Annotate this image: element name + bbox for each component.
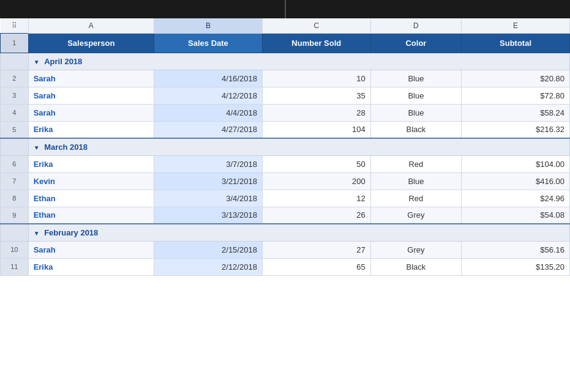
salesperson-cell[interactable]: Ethan bbox=[28, 190, 154, 207]
group-label-0[interactable]: ▼ April 2018 bbox=[28, 53, 569, 70]
sales-date-cell[interactable]: 3/4/2018 bbox=[154, 190, 263, 207]
number-sold-cell[interactable]: 200 bbox=[262, 172, 370, 190]
table-row[interactable]: 8 Ethan 3/4/2018 12 Red $24.96 bbox=[1, 190, 570, 207]
row-num-cell: 7 bbox=[1, 172, 29, 190]
col-a-header[interactable]: A bbox=[28, 18, 154, 33]
color-cell[interactable]: Blue bbox=[370, 104, 461, 121]
table-row[interactable]: 7 Kevin 3/21/2018 200 Blue $416.00 bbox=[1, 172, 570, 190]
subtotal-cell[interactable]: $56.16 bbox=[462, 241, 570, 258]
color-cell[interactable]: Blue bbox=[370, 87, 461, 104]
sales-date-cell[interactable]: 3/7/2018 bbox=[154, 155, 263, 172]
subtotal-cell[interactable]: $416.00 bbox=[462, 172, 570, 190]
col-d-header[interactable]: D bbox=[370, 18, 461, 33]
top-bar bbox=[0, 0, 570, 18]
salesperson-cell[interactable]: Sarah bbox=[28, 241, 154, 258]
row-num-cell: 10 bbox=[1, 241, 29, 258]
subtotal-cell[interactable]: $58.24 bbox=[462, 104, 570, 121]
color-cell[interactable]: Red bbox=[370, 190, 461, 207]
table-row[interactable]: 6 Erika 3/7/2018 50 Red $104.00 bbox=[1, 155, 570, 172]
number-sold-cell[interactable]: 50 bbox=[262, 155, 370, 172]
table-row[interactable]: 9 Ethan 3/13/2018 26 Grey $54.08 bbox=[1, 207, 570, 224]
group-label-text-0: April 2018 bbox=[44, 57, 82, 66]
row-num-cell: 5 bbox=[1, 121, 29, 138]
number-sold-cell[interactable]: 12 bbox=[262, 190, 370, 207]
sales-date-cell[interactable]: 3/13/2018 bbox=[154, 207, 263, 224]
subtotal-cell[interactable]: $72.80 bbox=[462, 87, 570, 104]
row-num-cell: 3 bbox=[1, 87, 29, 104]
color-cell[interactable]: Blue bbox=[370, 70, 461, 87]
sales-date-cell[interactable]: 4/16/2018 bbox=[154, 70, 263, 87]
salesperson-cell[interactable]: Sarah bbox=[28, 104, 154, 121]
row-1-num: 1 bbox=[1, 33, 29, 53]
subtotal-cell[interactable]: $24.96 bbox=[462, 190, 570, 207]
header-sales-date: Sales Date bbox=[154, 33, 263, 53]
header-subtotal: Subtotal bbox=[462, 33, 570, 53]
header-salesperson: Salesperson bbox=[28, 33, 154, 53]
grid-icon: ⠿ bbox=[12, 21, 17, 30]
number-sold-cell[interactable]: 27 bbox=[262, 241, 370, 258]
sales-date-cell[interactable]: 4/27/2018 bbox=[154, 121, 263, 138]
subtotal-cell[interactable]: $135.20 bbox=[462, 258, 570, 275]
row-num-cell: 9 bbox=[1, 207, 29, 224]
row-num-cell: 2 bbox=[1, 70, 29, 87]
color-cell[interactable]: Grey bbox=[370, 207, 461, 224]
salesperson-cell[interactable]: Sarah bbox=[28, 87, 154, 104]
group-triangle-1: ▼ bbox=[34, 144, 40, 151]
col-c-header[interactable]: C bbox=[262, 18, 370, 33]
sales-date-cell[interactable]: 3/21/2018 bbox=[154, 172, 263, 190]
subtotal-cell[interactable]: $20.80 bbox=[462, 70, 570, 87]
table-row[interactable]: 2 Sarah 4/16/2018 10 Blue $20.80 bbox=[1, 70, 570, 87]
number-sold-cell[interactable]: 10 bbox=[262, 70, 370, 87]
number-sold-cell[interactable]: 28 bbox=[262, 104, 370, 121]
subtotal-cell[interactable]: $54.08 bbox=[462, 207, 570, 224]
group-header-2[interactable]: ▼ February 2018 bbox=[1, 224, 570, 241]
sales-date-cell[interactable]: 2/15/2018 bbox=[154, 241, 263, 258]
row-num-cell: 6 bbox=[1, 155, 29, 172]
color-cell[interactable]: Red bbox=[370, 155, 461, 172]
salesperson-cell[interactable]: Sarah bbox=[28, 70, 154, 87]
subtotal-cell[interactable]: $216.32 bbox=[462, 121, 570, 138]
group-label-1[interactable]: ▼ March 2018 bbox=[28, 138, 569, 155]
header-number-sold: Number Sold bbox=[262, 33, 370, 53]
number-sold-cell[interactable]: 26 bbox=[262, 207, 370, 224]
group-row-num-2 bbox=[1, 224, 29, 241]
salesperson-cell[interactable]: Erika bbox=[28, 121, 154, 138]
row-num-cell: 8 bbox=[1, 190, 29, 207]
group-header-0[interactable]: ▼ April 2018 bbox=[1, 53, 570, 70]
color-cell[interactable]: Blue bbox=[370, 172, 461, 190]
salesperson-cell[interactable]: Erika bbox=[28, 258, 154, 275]
group-label-text-1: March 2018 bbox=[44, 142, 88, 152]
group-row-num-0 bbox=[1, 53, 29, 70]
col-e-header[interactable]: E bbox=[462, 18, 570, 33]
number-sold-cell[interactable]: 65 bbox=[262, 258, 370, 275]
group-header-1[interactable]: ▼ March 2018 bbox=[1, 138, 570, 155]
sales-date-cell[interactable]: 2/12/2018 bbox=[154, 258, 263, 275]
salesperson-cell[interactable]: Kevin bbox=[28, 172, 154, 190]
salesperson-cell[interactable]: Erika bbox=[28, 155, 154, 172]
color-cell[interactable]: Black bbox=[370, 121, 461, 138]
table-row[interactable]: 4 Sarah 4/4/2018 28 Blue $58.24 bbox=[1, 104, 570, 121]
grid-icon-cell: ⠿ bbox=[1, 18, 29, 33]
group-triangle-2: ▼ bbox=[34, 230, 40, 237]
group-triangle-0: ▼ bbox=[34, 59, 40, 65]
color-cell[interactable]: Black bbox=[370, 258, 461, 275]
table-row[interactable]: 5 Erika 4/27/2018 104 Black $216.32 bbox=[1, 121, 570, 138]
group-label-2[interactable]: ▼ February 2018 bbox=[28, 224, 569, 241]
color-cell[interactable]: Grey bbox=[370, 241, 461, 258]
spreadsheet-wrapper: ⠿ A B C D E 1 Salesperson Sales Date Num… bbox=[0, 0, 570, 392]
row-num-cell: 4 bbox=[1, 104, 29, 121]
sales-date-cell[interactable]: 4/12/2018 bbox=[154, 87, 263, 104]
row-num-cell: 11 bbox=[1, 258, 29, 275]
table-row[interactable]: 10 Sarah 2/15/2018 27 Grey $56.16 bbox=[1, 241, 570, 258]
col-b-header[interactable]: B bbox=[154, 18, 263, 33]
sales-date-cell[interactable]: 4/4/2018 bbox=[154, 104, 263, 121]
salesperson-cell[interactable]: Ethan bbox=[28, 207, 154, 224]
number-sold-cell[interactable]: 104 bbox=[262, 121, 370, 138]
table-row[interactable]: 11 Erika 2/12/2018 65 Black $135.20 bbox=[1, 258, 570, 275]
number-sold-cell[interactable]: 35 bbox=[262, 87, 370, 104]
header-color: Color bbox=[370, 33, 461, 53]
table-row[interactable]: 3 Sarah 4/12/2018 35 Blue $72.80 bbox=[1, 87, 570, 104]
column-header-row: ⠿ A B C D E bbox=[1, 18, 570, 33]
spreadsheet-table: ⠿ A B C D E 1 Salesperson Sales Date Num… bbox=[0, 18, 570, 276]
subtotal-cell[interactable]: $104.00 bbox=[462, 155, 570, 172]
